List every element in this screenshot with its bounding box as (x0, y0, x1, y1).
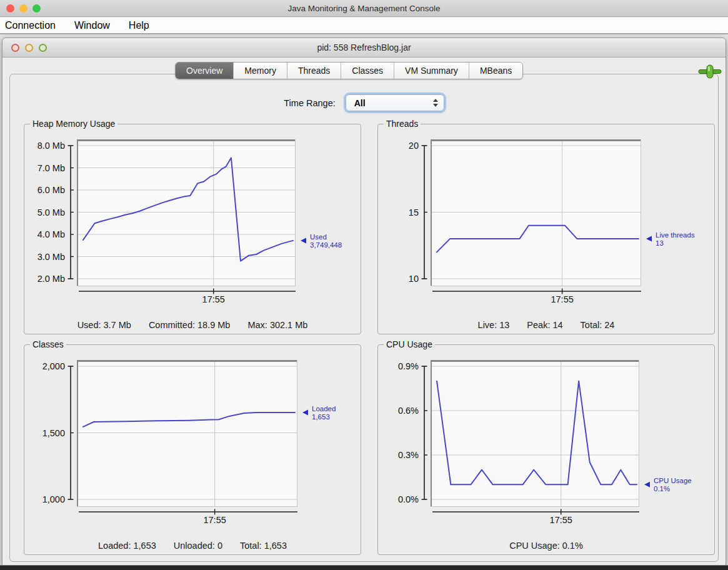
menu-item-help[interactable]: Help (119, 20, 159, 31)
series-marker-label: 1,653 (312, 413, 330, 421)
time-range-value: All (354, 98, 366, 108)
frame-minimize-button[interactable] (25, 44, 33, 52)
y-tick-label: 5.0 Mb (37, 208, 65, 218)
x-tick-label: 17:55 (202, 294, 225, 304)
window-controls (6, 4, 41, 12)
y-tick-label: 8.0 Mb (37, 141, 65, 151)
menubar: ConnectionWindowHelp (0, 18, 728, 34)
y-tick-label: 15 (409, 208, 419, 218)
stat-value: Max: 302.1 Mb (247, 320, 307, 330)
x-tick-label: 17:55 (550, 515, 572, 525)
y-tick-label: 1,000 (42, 494, 65, 504)
y-tick-label: 6.0 Mb (37, 185, 65, 195)
stat-value: Peak: 14 (527, 320, 562, 330)
heap-chart-plot: 8.0 Mb7.0 Mb6.0 Mb5.0 Mb4.0 Mb3.0 Mb2.0 … (24, 124, 362, 312)
stat-value: Loaded: 1,653 (98, 541, 156, 551)
classes-stats: Loaded: 1,653Unloaded: 0Total: 1,653 (24, 541, 361, 551)
y-tick-label: 2,000 (42, 361, 65, 371)
menu-item-connection[interactable]: Connection (0, 20, 65, 31)
close-button[interactable] (6, 4, 14, 12)
stat-value: Committed: 18.9 Mb (149, 320, 231, 330)
zoom-button[interactable] (32, 4, 41, 12)
app-title: Java Monitoring & Management Console (0, 0, 728, 17)
y-tick-label: 0.0% (398, 494, 419, 504)
chart-cpu-usage: CPU Usage 0.9%0.6%0.3%0.0%17:55CPU Usage… (377, 344, 715, 555)
cpu-chart-plot: 0.9%0.6%0.3%0.0%17:55CPU Usage0.1% (378, 345, 716, 532)
tab-threads[interactable]: Threads (287, 62, 341, 79)
tab-vm-summary[interactable]: VM Summary (394, 62, 469, 79)
x-tick-label: 17:55 (203, 515, 226, 525)
internal-frame: pid: 558 RefreshBlog.jar OverviewMemoryT… (2, 38, 726, 566)
heap-stats: Used: 3.7 MbCommitted: 18.9 MbMax: 302.1… (24, 320, 361, 330)
tab-memory[interactable]: Memory (233, 62, 287, 79)
time-range-label: Time Range: (284, 98, 335, 108)
y-tick-label: 7.0 Mb (37, 163, 65, 173)
chart-heap-memory: Heap Memory Usage 8.0 Mb7.0 Mb6.0 Mb5.0 … (24, 124, 361, 334)
tab-bar: OverviewMemoryThreadsClassesVM SummaryMB… (175, 62, 523, 79)
app-titlebar[interactable]: Java Monitoring & Management Console (0, 0, 728, 17)
stat-value: Unloaded: 0 (174, 541, 222, 551)
series-marker-label: 0.1% (654, 485, 670, 492)
series-marker-label: CPU Usage (654, 477, 692, 484)
y-tick-label: 2.0 Mb (37, 274, 65, 284)
stat-value: CPU Usage: 0.1% (509, 541, 583, 551)
y-tick-label: 0.9% (398, 361, 419, 371)
background-window-strip (0, 565, 728, 570)
frame-window-controls (11, 44, 47, 52)
y-tick-label: 3.0 Mb (37, 252, 65, 262)
y-tick-label: 0.6% (398, 406, 419, 416)
chart-threads: Threads 20151017:55Live threads13 Live: … (377, 124, 715, 334)
y-tick-label: 1,500 (42, 428, 65, 438)
y-tick-label: 4.0 Mb (37, 229, 65, 239)
time-range-row: Time Range: All (10, 94, 718, 111)
connection-status-icon[interactable] (698, 64, 722, 79)
series-marker-label: 13 (656, 239, 664, 247)
select-arrows-icon (433, 99, 438, 107)
series-marker-label: 3,749,448 (310, 241, 342, 249)
chart-classes: Classes 2,0001,5001,00017:55Loaded1,653 … (24, 344, 361, 555)
tab-mbeans[interactable]: MBeans (469, 62, 522, 79)
threads-chart-plot: 20151017:55Live threads13 (378, 124, 716, 312)
stat-value: Total: 24 (581, 320, 615, 330)
y-tick-label: 10 (409, 274, 419, 284)
tab-classes[interactable]: Classes (341, 62, 394, 79)
frame-titlebar[interactable]: pid: 558 RefreshBlog.jar (2, 38, 726, 58)
series-marker-label: Live threads (656, 231, 695, 239)
stat-value: Live: 13 (478, 320, 510, 330)
series-marker-label: Used (310, 233, 327, 241)
y-tick-label: 20 (409, 141, 419, 151)
threads-stats: Live: 13Peak: 14Total: 24 (378, 320, 714, 330)
menu-item-window[interactable]: Window (65, 20, 119, 31)
classes-chart-plot: 2,0001,5001,00017:55Loaded1,653 (24, 345, 362, 532)
frame-title: pid: 558 RefreshBlog.jar (2, 38, 726, 58)
time-range-select[interactable]: All (346, 94, 444, 111)
tab-overview[interactable]: Overview (176, 62, 233, 79)
x-tick-label: 17:55 (551, 294, 573, 304)
overview-panel: Time Range: All Heap Memory Usage 8.0 Mb… (9, 74, 719, 562)
cpu-stats: CPU Usage: 0.1% (378, 541, 714, 551)
frame-close-button[interactable] (11, 44, 19, 52)
series-marker-label: Loaded (312, 405, 336, 412)
stat-value: Used: 3.7 Mb (77, 320, 131, 330)
y-tick-label: 0.3% (398, 450, 419, 460)
frame-zoom-button[interactable] (39, 44, 47, 52)
stat-value: Total: 1,653 (240, 541, 287, 551)
minimize-button[interactable] (19, 4, 27, 12)
